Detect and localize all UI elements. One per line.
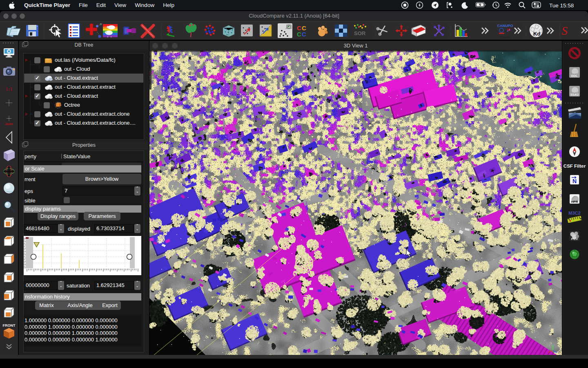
svg-text:1:1: 1:1: [5, 86, 12, 92]
svg-text:S: S: [561, 24, 568, 37]
svg-text:M3C2: M3C2: [568, 211, 580, 215]
svg-text:CANUPO: CANUPO: [497, 24, 513, 28]
svg-text:N: N: [572, 178, 577, 184]
svg-text:C: C: [297, 31, 301, 38]
svg-text:SOR: SOR: [354, 30, 366, 36]
svg-text:FRONT: FRONT: [3, 323, 16, 328]
svg-text:HPR: HPR: [571, 200, 578, 204]
svg-text:Create: Create: [499, 35, 510, 39]
svg-text:Tue 15:58: Tue 15:58: [549, 2, 574, 9]
svg-text:EDL: EDL: [571, 74, 578, 78]
svg-text:SSAO: SSAO: [570, 93, 579, 96]
svg-text:PCV: PCV: [571, 237, 578, 241]
svg-text:CSF Filter: CSF Filter: [564, 164, 586, 168]
svg-text:C: C: [302, 31, 306, 38]
svg-text:Kd: Kd: [533, 31, 540, 37]
svg-text:auto: auto: [5, 122, 13, 126]
